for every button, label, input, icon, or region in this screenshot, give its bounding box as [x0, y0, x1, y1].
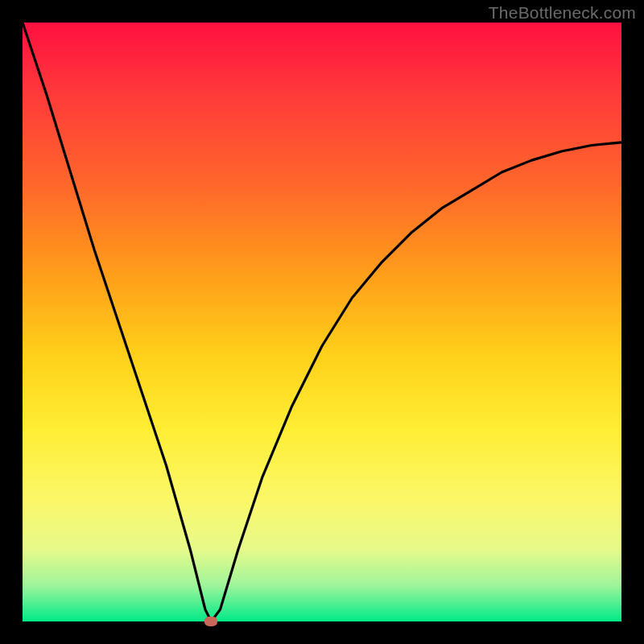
minimum-marker — [204, 617, 217, 626]
chart-frame: TheBottleneck.com — [0, 0, 644, 644]
curve-svg — [23, 23, 621, 621]
plot-area — [23, 23, 621, 621]
bottleneck-curve — [23, 23, 621, 621]
watermark-text: TheBottleneck.com — [489, 3, 636, 23]
